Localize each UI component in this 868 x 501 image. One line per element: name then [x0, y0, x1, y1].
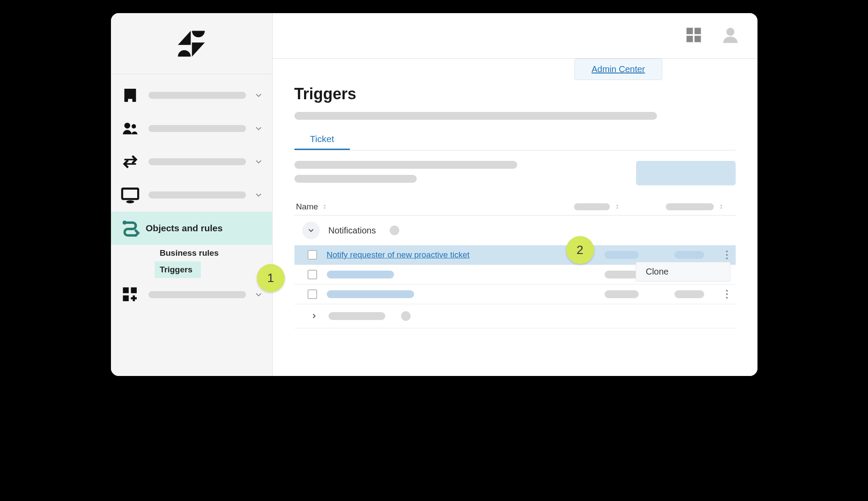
- nav-item-transfer[interactable]: [111, 145, 272, 178]
- primary-action-placeholder[interactable]: [636, 161, 736, 185]
- admin-center-tooltip: Admin Center: [574, 59, 662, 80]
- tab-ticket[interactable]: Ticket: [294, 129, 350, 150]
- nav-item-monitor[interactable]: [111, 178, 272, 212]
- row-menu-button[interactable]: [722, 289, 732, 299]
- trigger-link[interactable]: Notify requester of new proactive ticket: [327, 250, 605, 260]
- trigger-row[interactable]: [294, 284, 736, 304]
- workflow-icon: [120, 218, 141, 239]
- svg-rect-7: [123, 296, 128, 301]
- svg-rect-6: [131, 287, 136, 293]
- menu-item-clone[interactable]: Clone: [636, 262, 730, 282]
- chevron-down-icon: [254, 190, 263, 200]
- column-name-label: Name: [296, 202, 318, 212]
- row-checkbox[interactable]: [308, 270, 317, 279]
- chevron-right-icon: [310, 312, 318, 320]
- tabs: Ticket: [294, 129, 736, 150]
- building-icon: [120, 85, 141, 106]
- group-label-placeholder: [329, 312, 385, 320]
- chevron-down-icon: [254, 290, 263, 299]
- cell-placeholder: [327, 290, 414, 298]
- svg-rect-5: [123, 287, 128, 293]
- sort-icon: [614, 204, 620, 210]
- row-menu-button[interactable]: [722, 250, 732, 260]
- nav-label-placeholder: [149, 158, 246, 165]
- filter-placeholder: [294, 175, 417, 183]
- column-name[interactable]: Name: [294, 202, 574, 212]
- callout-badge-2: 2: [566, 236, 594, 264]
- nav-item-people[interactable]: [111, 112, 272, 145]
- nav-item-company[interactable]: [111, 79, 272, 112]
- nav-label: Objects and rules: [146, 223, 263, 233]
- svg-point-0: [124, 123, 130, 129]
- chevron-down-icon: [254, 90, 263, 100]
- apps-launcher-icon[interactable]: [684, 25, 703, 46]
- cell-placeholder: [327, 271, 394, 278]
- callout-badge-1: 1: [257, 264, 285, 292]
- column-header-placeholder: [574, 203, 610, 210]
- arrows-icon: [120, 151, 141, 172]
- page-title: Triggers: [294, 85, 736, 103]
- nav-label-placeholder: [149, 125, 246, 132]
- nav-item-objects-rules[interactable]: Objects and rules: [111, 212, 272, 245]
- count-badge: [390, 226, 399, 235]
- user-avatar-icon[interactable]: [721, 25, 740, 46]
- cell-placeholder: [674, 290, 704, 298]
- svg-rect-8: [686, 28, 693, 34]
- monitor-icon: [120, 184, 141, 205]
- column-placeholder[interactable]: [666, 203, 736, 210]
- svg-rect-2: [122, 188, 138, 199]
- cell-placeholder: [605, 290, 639, 298]
- row-checkbox[interactable]: [308, 250, 317, 260]
- svg-rect-9: [694, 28, 701, 34]
- svg-rect-11: [694, 35, 701, 42]
- nav-sub-items: Business rules Triggers: [111, 245, 272, 278]
- svg-point-12: [726, 28, 734, 35]
- admin-center-link[interactable]: Admin Center: [591, 64, 645, 74]
- row-checkbox[interactable]: [308, 289, 317, 299]
- column-header-placeholder: [666, 203, 714, 210]
- svg-point-3: [126, 200, 134, 203]
- cell-placeholder: [605, 251, 639, 259]
- chevron-down-icon: [254, 157, 263, 167]
- apps-plus-icon: [120, 284, 141, 305]
- svg-point-1: [131, 124, 136, 129]
- group-row-notifications: Notifications: [294, 216, 736, 245]
- chevron-down-icon: [307, 226, 315, 235]
- group-label: Notifications: [329, 226, 376, 236]
- trigger-row[interactable]: Notify requester of new proactive ticket…: [294, 245, 736, 264]
- nav-item-apps[interactable]: [111, 278, 272, 311]
- column-placeholder[interactable]: [574, 203, 631, 210]
- nav-label-placeholder: [149, 291, 246, 298]
- app-frame: Objects and rules Business rules Trigger…: [111, 13, 757, 376]
- collapse-button[interactable]: [302, 222, 320, 239]
- chevron-down-icon: [254, 124, 263, 133]
- sort-icon: [322, 204, 328, 210]
- sidebar: Objects and rules Business rules Trigger…: [111, 13, 273, 376]
- filter-placeholder: [294, 161, 517, 169]
- nav-label-placeholder: [149, 191, 246, 198]
- people-icon: [120, 118, 141, 139]
- group-row-collapsed[interactable]: [294, 304, 736, 328]
- cell-placeholder: [605, 271, 639, 278]
- main-content: Admin Center Triggers Ticket Name: [273, 13, 757, 376]
- nav-list: Objects and rules Business rules Trigger…: [111, 74, 272, 311]
- logo-area: [111, 13, 272, 74]
- sort-icon: [718, 204, 724, 210]
- description-placeholder: [294, 112, 657, 120]
- nav-sub-triggers[interactable]: Triggers: [155, 261, 201, 278]
- zendesk-logo-icon: [176, 28, 207, 59]
- cell-placeholder: [674, 251, 704, 259]
- nav-label-placeholder: [149, 92, 246, 99]
- svg-point-4: [122, 221, 126, 225]
- filter-row: [294, 150, 736, 198]
- filter-left: [294, 161, 627, 183]
- nav-sub-business-rules[interactable]: Business rules: [111, 245, 272, 261]
- table-header: Name: [294, 198, 736, 216]
- count-badge: [401, 311, 411, 321]
- content-area: Triggers Ticket Name: [273, 59, 757, 328]
- svg-rect-10: [686, 35, 693, 42]
- topbar: [273, 13, 757, 59]
